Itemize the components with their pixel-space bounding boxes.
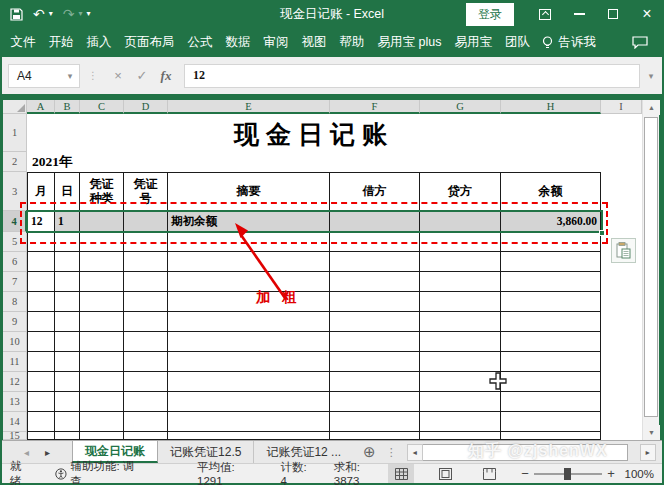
row-header-8[interactable]: 8 xyxy=(3,292,27,312)
cell[interactable] xyxy=(501,312,601,332)
comment-button[interactable] xyxy=(632,36,648,49)
cell[interactable] xyxy=(501,392,601,412)
row-header-11[interactable]: 11 xyxy=(3,352,27,372)
insert-function-icon[interactable]: fx xyxy=(154,68,178,84)
header-credit-cell[interactable]: 贷方 xyxy=(420,172,501,211)
tab-data[interactable]: 数据 xyxy=(219,34,257,51)
cell[interactable] xyxy=(168,272,330,292)
cell[interactable] xyxy=(80,252,124,272)
cell[interactable] xyxy=(330,292,420,312)
cell[interactable] xyxy=(168,392,330,412)
row-header-9[interactable]: 9 xyxy=(3,312,27,332)
tab-view[interactable]: 视图 xyxy=(295,34,333,51)
cell[interactable] xyxy=(168,312,330,332)
status-sum[interactable]: 求和: 3873 xyxy=(334,460,388,485)
fill-handle[interactable] xyxy=(599,230,605,236)
paste-options-button[interactable] xyxy=(611,238,636,263)
vertical-scrollbar-thumb[interactable] xyxy=(644,117,658,417)
cell[interactable] xyxy=(124,332,168,352)
scroll-left-icon[interactable]: ◄ xyxy=(407,444,423,461)
cell[interactable] xyxy=(27,352,55,372)
name-box[interactable]: A4 ▾ xyxy=(8,64,80,88)
cell[interactable] xyxy=(124,432,168,440)
cell[interactable] xyxy=(27,292,55,312)
cell[interactable] xyxy=(168,252,330,272)
cell[interactable] xyxy=(124,352,168,372)
maximize-button[interactable] xyxy=(596,0,630,28)
cell[interactable] xyxy=(420,432,501,440)
cell[interactable] xyxy=(420,292,501,312)
row-header-6[interactable]: 6 xyxy=(3,252,27,272)
header-voucher-type-cell[interactable]: 凭证 种类 xyxy=(80,172,124,211)
page-break-view-button[interactable] xyxy=(476,464,502,483)
cell[interactable] xyxy=(168,352,330,372)
cell[interactable] xyxy=(27,332,55,352)
cell[interactable] xyxy=(168,292,330,312)
zoom-out-icon[interactable]: − xyxy=(516,466,534,481)
cell-c4[interactable] xyxy=(80,211,124,232)
normal-view-button[interactable] xyxy=(388,464,414,483)
header-debit-cell[interactable]: 借方 xyxy=(330,172,420,211)
cell[interactable] xyxy=(80,272,124,292)
cell[interactable] xyxy=(55,352,80,372)
cell[interactable] xyxy=(501,232,601,252)
accessibility-checker[interactable]: 辅助功能: 调查 xyxy=(55,459,145,485)
cell[interactable] xyxy=(420,352,501,372)
undo-dropdown-icon[interactable]: ▾ xyxy=(49,10,53,18)
cell[interactable] xyxy=(330,392,420,412)
row-header-7[interactable]: 7 xyxy=(3,272,27,292)
cell[interactable] xyxy=(27,412,55,432)
customize-quick-access-icon[interactable]: ▾ xyxy=(87,10,91,18)
cell[interactable] xyxy=(420,332,501,352)
cell[interactable] xyxy=(601,392,642,412)
cell[interactable] xyxy=(27,272,55,292)
cell[interactable] xyxy=(124,372,168,392)
cell-e4-summary[interactable]: 期初余额 xyxy=(168,211,330,232)
cell[interactable] xyxy=(124,392,168,412)
cell[interactable] xyxy=(168,232,330,252)
header-day-cell[interactable]: 日 xyxy=(55,172,80,211)
zoom-in-icon[interactable]: + xyxy=(602,466,620,481)
chevron-down-icon[interactable]: ▾ xyxy=(61,71,79,81)
cell-f4[interactable] xyxy=(330,211,420,232)
cell[interactable] xyxy=(330,412,420,432)
cell[interactable] xyxy=(55,332,80,352)
cell[interactable] xyxy=(601,114,642,152)
cell[interactable] xyxy=(330,372,420,392)
horizontal-scrollbar-track[interactable] xyxy=(628,444,640,461)
cell[interactable] xyxy=(55,392,80,412)
row-header-10[interactable]: 10 xyxy=(3,332,27,352)
column-header-f[interactable]: F xyxy=(330,100,420,114)
row-header-4[interactable]: 4 xyxy=(3,211,27,232)
cell[interactable] xyxy=(501,352,601,372)
cell[interactable] xyxy=(124,412,168,432)
cell[interactable] xyxy=(501,432,601,440)
cell[interactable] xyxy=(501,292,601,312)
cell[interactable] xyxy=(80,232,124,252)
cell[interactable] xyxy=(501,252,601,272)
cell[interactable] xyxy=(330,432,420,440)
cell[interactable] xyxy=(80,332,124,352)
cell[interactable] xyxy=(80,412,124,432)
cell[interactable] xyxy=(80,432,124,440)
header-balance-cell[interactable]: 余额 xyxy=(501,172,601,211)
cell[interactable] xyxy=(330,312,420,332)
row-header-3[interactable]: 3 xyxy=(3,172,27,211)
cell[interactable] xyxy=(124,232,168,252)
close-button[interactable]: × xyxy=(630,0,664,28)
scroll-up-icon[interactable]: ▲ xyxy=(643,100,660,115)
status-average[interactable]: 平均值: 1291 xyxy=(197,460,263,485)
row-header-2[interactable]: 2 xyxy=(3,152,27,172)
row-header-15[interactable]: 15 xyxy=(3,432,27,440)
tab-review[interactable]: 审阅 xyxy=(257,34,295,51)
tab-help[interactable]: 帮助 xyxy=(333,34,371,51)
cell[interactable] xyxy=(27,372,55,392)
vertical-scrollbar[interactable]: ▲ ▼ xyxy=(642,100,659,440)
cell[interactable] xyxy=(55,412,80,432)
cell[interactable] xyxy=(601,332,642,352)
formula-input[interactable]: 12 xyxy=(184,64,640,88)
cell[interactable] xyxy=(80,292,124,312)
cell[interactable] xyxy=(420,312,501,332)
cell[interactable] xyxy=(124,272,168,292)
cell[interactable] xyxy=(124,292,168,312)
